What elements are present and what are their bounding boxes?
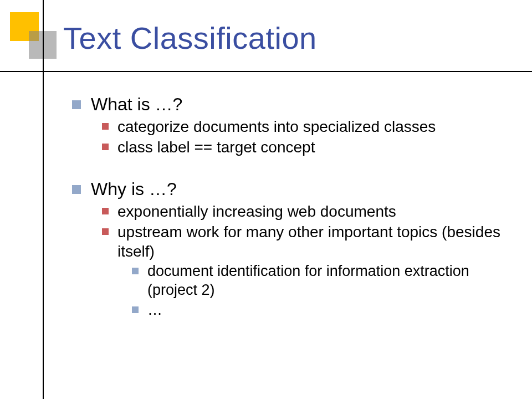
square-bullet-icon bbox=[72, 100, 81, 109]
square-bullet-icon bbox=[132, 268, 139, 274]
square-bullet-icon bbox=[102, 123, 109, 130]
square-bullet-icon bbox=[132, 306, 139, 313]
square-bullet-icon bbox=[102, 144, 109, 150]
list-item-text: exponentially increasing web documents bbox=[117, 202, 396, 221]
list-item-text: class label == target concept bbox=[117, 137, 315, 157]
square-bullet-icon bbox=[102, 228, 109, 235]
list-item-text: … bbox=[147, 301, 162, 320]
square-bullet-icon bbox=[72, 185, 81, 194]
list-item-text: upstream work for many other important t… bbox=[117, 222, 510, 261]
list-item: document identification for information … bbox=[132, 262, 510, 300]
list-item: … bbox=[132, 301, 510, 320]
list-item: exponentially increasing web documents bbox=[102, 202, 510, 221]
list-item: class label == target concept bbox=[102, 137, 510, 157]
slide-content: What is …? categorize documents into spe… bbox=[72, 89, 510, 320]
slide-title: Text Classification bbox=[63, 20, 317, 56]
list-item-text: document identification for information … bbox=[147, 262, 510, 300]
list-item: categorize documents into specialized cl… bbox=[102, 117, 510, 136]
list-item-text: categorize documents into specialized cl… bbox=[117, 117, 436, 136]
divider-vertical bbox=[43, 0, 44, 399]
list-item: upstream work for many other important t… bbox=[102, 222, 510, 261]
list-item-text: Why is …? bbox=[91, 179, 177, 200]
list-item: What is …? bbox=[72, 94, 510, 115]
list-item: Why is …? bbox=[72, 179, 510, 200]
divider-horizontal bbox=[0, 71, 532, 72]
square-bullet-icon bbox=[102, 208, 109, 214]
list-item-text: What is …? bbox=[91, 94, 182, 115]
